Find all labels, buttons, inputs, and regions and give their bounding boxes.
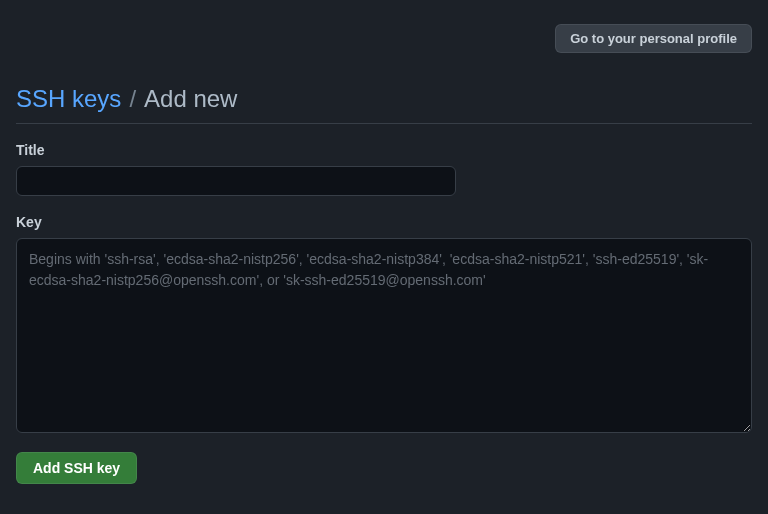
breadcrumb-separator: / (129, 85, 136, 113)
title-input[interactable] (16, 166, 456, 196)
key-textarea[interactable] (16, 238, 752, 433)
breadcrumb-current: Add new (144, 85, 237, 113)
main-content: SSH keys / Add new Title Key Add SSH key (0, 53, 768, 484)
top-bar: Go to your personal profile (0, 0, 768, 53)
title-form-group: Title (16, 142, 752, 196)
breadcrumb: SSH keys / Add new (16, 85, 752, 124)
add-ssh-key-button[interactable]: Add SSH key (16, 452, 137, 484)
breadcrumb-ssh-keys-link[interactable]: SSH keys (16, 85, 121, 113)
key-label: Key (16, 214, 752, 230)
key-form-group: Key (16, 214, 752, 436)
title-label: Title (16, 142, 752, 158)
go-to-profile-button[interactable]: Go to your personal profile (555, 24, 752, 53)
